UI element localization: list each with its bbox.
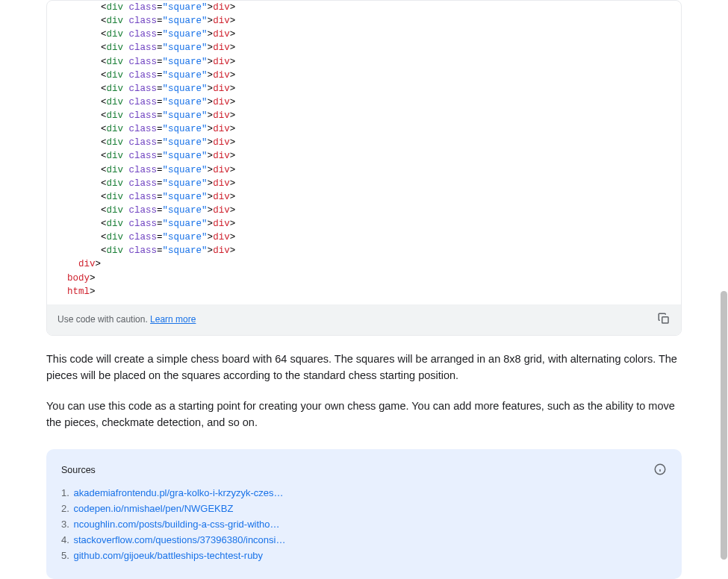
source-link[interactable]: stackoverflow.com/questions/37396380/inc…	[73, 534, 285, 545]
source-item: 3. ncoughlin.com/posts/building-a-css-gr…	[61, 519, 667, 530]
source-number: 2.	[61, 503, 72, 514]
explanation-paragraph-1: This code will create a simple chess boa…	[46, 351, 682, 384]
svg-rect-0	[662, 317, 668, 323]
source-link[interactable]: github.com/gijoeuk/battleships-techtest-…	[73, 550, 263, 561]
code-content: <div class="square">div> <div class="squ…	[47, 1, 681, 304]
source-item: 1. akademiafrontendu.pl/gra-kolko-i-krzy…	[61, 487, 667, 498]
scrollbar-thumb[interactable]	[721, 291, 727, 560]
source-item: 2. codepen.io/nmishael/pen/NWGEKBZ	[61, 503, 667, 514]
source-link[interactable]: codepen.io/nmishael/pen/NWGEKBZ	[73, 503, 233, 514]
source-link[interactable]: akademiafrontendu.pl/gra-kolko-i-krzyzyk…	[73, 487, 283, 498]
info-icon[interactable]	[653, 463, 667, 478]
copy-icon[interactable]	[657, 312, 671, 328]
learn-more-link[interactable]: Learn more	[150, 314, 196, 325]
scrollbar[interactable]	[721, 0, 727, 579]
source-number: 4.	[61, 534, 72, 545]
code-footer: Use code with caution. Learn more	[47, 304, 681, 335]
sources-label: Sources	[61, 465, 96, 475]
source-link[interactable]: ncoughlin.com/posts/building-a-css-grid-…	[73, 519, 279, 530]
code-caution: Use code with caution. Learn more	[57, 314, 196, 325]
caution-text: Use code with caution.	[57, 314, 148, 325]
source-item: 4. stackoverflow.com/questions/37396380/…	[61, 534, 667, 545]
source-number: 3.	[61, 519, 72, 530]
code-block: <div class="square">div> <div class="squ…	[46, 0, 682, 336]
source-item: 5. github.com/gijoeuk/battleships-techte…	[61, 550, 667, 561]
sources-list: 1. akademiafrontendu.pl/gra-kolko-i-krzy…	[61, 487, 667, 561]
explanation-paragraph-2: You can use this code as a starting poin…	[46, 398, 682, 431]
source-number: 5.	[61, 550, 72, 561]
sources-box: Sources 1. akademiafrontendu.pl/gra-kolk…	[46, 449, 682, 579]
source-number: 1.	[61, 487, 72, 498]
